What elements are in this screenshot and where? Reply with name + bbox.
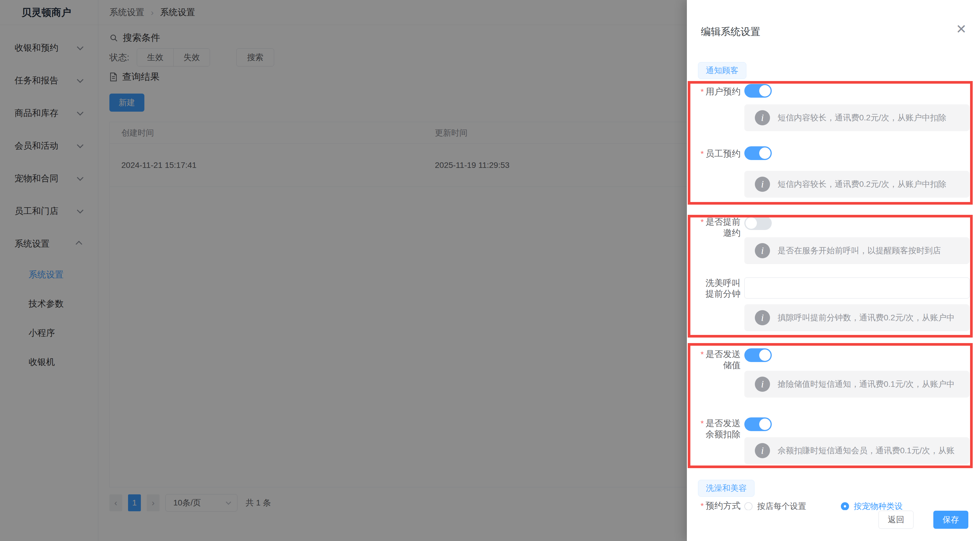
staff-booking-switch[interactable] (745, 146, 772, 160)
tab-notify-customer[interactable]: 通知顾客 (698, 62, 746, 79)
field-label-send-stored-value: *是否发送 储值 (694, 349, 741, 370)
save-button[interactable]: 保存 (933, 511, 968, 529)
send-stored-value-info: i 搶險储值时短信通知，通讯费0.1元/次，从账户中 (745, 371, 969, 398)
modal-mask[interactable] (0, 0, 687, 541)
field-label-booking-mode: *预约方式 (694, 500, 741, 511)
send-balance-deduct-info: i 佘额扣賺时短信通知会员，通讯费0.1元/次，从账 (745, 437, 969, 464)
info-icon: i (755, 310, 770, 325)
field-label-advance-invite: *是否提前 邀约 (694, 216, 741, 238)
field-label-staff-booking: *员工预约 (694, 148, 741, 159)
advance-invite-switch[interactable] (745, 216, 772, 230)
user-booking-info: i 短信内容较长，通讯费0.2元/次，从账户中扣除 (745, 104, 969, 131)
info-icon: i (755, 443, 770, 458)
app-root: 贝灵顿商户 收银和预约 任务和报告 商品和库存 会员和活动 宠物和合同 (0, 0, 980, 541)
close-icon[interactable]: ✕ (956, 23, 967, 36)
field-label-call-minutes: 洗美呼叫 提前分钟 (694, 278, 741, 299)
info-icon: i (755, 243, 770, 258)
call-minutes-input[interactable] (745, 278, 969, 298)
call-minutes-info: i 搷隙呼叫提前分钟数，通讯费0.2元/次，从账户中 (745, 304, 969, 331)
info-icon: i (755, 377, 770, 392)
send-stored-value-switch[interactable] (745, 348, 772, 362)
drawer-footer: 返回 保存 (687, 510, 980, 541)
radio-selected-icon (841, 502, 849, 510)
info-icon: i (755, 110, 770, 125)
field-label-send-balance-deduct: *是否发送 余额扣除 (694, 418, 741, 439)
edit-settings-drawer: 编辑系统设置 ✕ 通知顾客 *用户预约 i 短信内容较长，通讯费0.2元/次，从… (687, 0, 980, 541)
user-booking-switch[interactable] (745, 84, 772, 98)
radio-icon (745, 502, 752, 510)
drawer-title: 编辑系统设置 (701, 25, 760, 38)
back-button[interactable]: 返回 (878, 511, 913, 529)
info-icon: i (755, 177, 770, 192)
field-label-user-booking: *用户预约 (694, 86, 741, 97)
send-balance-deduct-switch[interactable] (745, 417, 772, 431)
advance-invite-info: i 是否在服务开始前呼叫，以提醒顾客按时到店 (745, 237, 969, 264)
staff-booking-info: i 短信内容较长，通讯费0.2元/次，从账户中扣除 (745, 171, 969, 198)
tab-bath-grooming[interactable]: 洗澡和美容 (698, 480, 754, 497)
